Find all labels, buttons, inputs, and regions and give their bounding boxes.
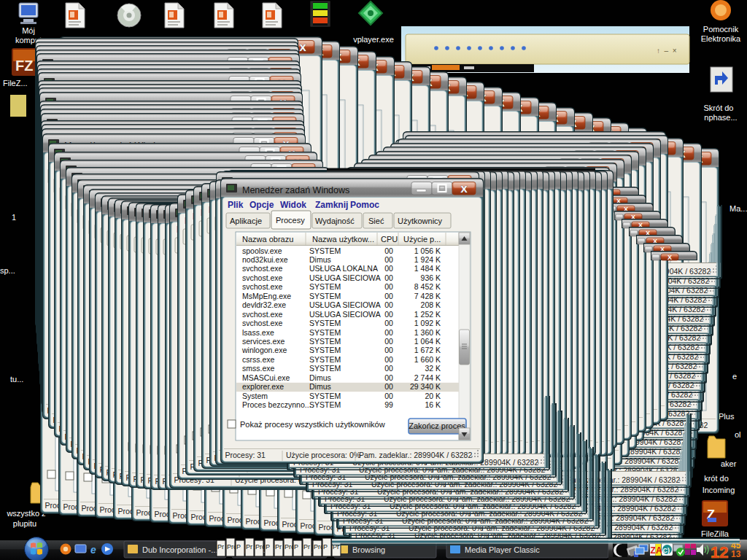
svg-text:00: 00 <box>384 392 393 400</box>
svg-text:MSASCui.exe: MSASCui.exe <box>242 373 290 382</box>
svg-text:SYSTEM: SYSTEM <box>309 328 341 337</box>
svg-text:FileZilla: FileZilla <box>701 529 729 538</box>
svg-text:Dimus: Dimus <box>309 255 331 264</box>
svg-text:1 252 K: 1 252 K <box>414 310 441 319</box>
svg-text:Mój: Mój <box>22 26 35 35</box>
svg-text:00: 00 <box>384 373 393 382</box>
svg-text:USŁUGA SIECIOWA: USŁUGA SIECIOWA <box>309 310 381 319</box>
svg-text:SYSTEM: SYSTEM <box>309 364 341 373</box>
svg-text:208 K: 208 K <box>421 300 441 309</box>
svg-text:Pr: Pr <box>246 543 252 551</box>
svg-text:nphase...: nphase... <box>704 113 737 122</box>
svg-text:FileZ...: FileZ... <box>3 79 28 88</box>
svg-text:wszystko z: wszystko z <box>6 509 45 518</box>
svg-text:winlogon.exe: winlogon.exe <box>241 346 287 354</box>
svg-text:SYSTEM: SYSTEM <box>309 282 341 291</box>
svg-text:1 092 K: 1 092 K <box>414 319 441 327</box>
svg-text:7 428 K: 7 428 K <box>414 292 441 300</box>
svg-text:SYSTEM: SYSTEM <box>309 319 341 327</box>
svg-text:P: P <box>236 543 241 551</box>
svg-text:1 924 K: 1 924 K <box>414 255 441 264</box>
svg-text:Dimus: Dimus <box>309 382 331 391</box>
svg-text:SYSTEM: SYSTEM <box>309 246 341 255</box>
svg-text:P: P <box>294 543 298 551</box>
svg-text:e: e <box>732 372 737 381</box>
svg-text:USŁUGA SIECIOWA: USŁUGA SIECIOWA <box>309 300 381 309</box>
svg-text:1 660 K: 1 660 K <box>414 355 441 364</box>
svg-text:SYSTEM: SYSTEM <box>309 400 341 409</box>
svg-text:services.exe: services.exe <box>242 337 285 346</box>
svg-text:936 K: 936 K <box>421 273 441 282</box>
svg-text:2 744 K: 2 744 K <box>414 373 441 382</box>
svg-text:vplayer.exe: vplayer.exe <box>353 35 394 44</box>
svg-text:MsMpEng.exe: MsMpEng.exe <box>242 292 291 300</box>
svg-text:svchost.exe: svchost.exe <box>242 264 283 273</box>
svg-text:SYSTEM: SYSTEM <box>309 337 341 346</box>
svg-text:Pr: Pr <box>303 543 310 551</box>
svg-text:00: 00 <box>384 282 393 291</box>
svg-text:00: 00 <box>384 328 393 337</box>
svg-text:svchost.exe: svchost.exe <box>242 273 283 282</box>
svg-text:00: 00 <box>384 300 393 309</box>
svg-text:USŁUGA LOKALNA: USŁUGA LOKALNA <box>309 264 378 273</box>
svg-text:tu...: tu... <box>10 375 23 384</box>
svg-text:8 452 K: 8 452 K <box>414 282 441 291</box>
svg-text:99: 99 <box>384 400 393 409</box>
svg-text:00: 00 <box>384 319 393 327</box>
svg-text:1 360 K: 1 360 K <box>414 328 441 337</box>
svg-text:e: e <box>90 544 96 556</box>
svg-text:SYSTEM: SYSTEM <box>309 392 341 400</box>
svg-text:plupitu: plupitu <box>13 519 36 528</box>
svg-text:1: 1 <box>12 213 16 222</box>
svg-text:P: P <box>266 543 270 551</box>
svg-text:↑ – ×: ↑ – × <box>657 47 677 55</box>
svg-text:Pomocnik: Pomocnik <box>703 25 739 34</box>
svg-text:Ma...: Ma... <box>729 204 747 213</box>
svg-text:20 K: 20 K <box>425 392 441 400</box>
svg-text:00: 00 <box>384 382 393 391</box>
svg-text:svchost.exe: svchost.exe <box>242 310 283 319</box>
svg-text:Z: Z <box>651 545 656 556</box>
svg-text:SYSTEM: SYSTEM <box>309 355 341 364</box>
svg-text:Browsing: Browsing <box>352 545 385 554</box>
svg-text:Plus: Plus <box>719 412 735 421</box>
svg-text:Pr: Pr <box>217 543 224 551</box>
svg-text:12: 12 <box>711 543 728 560</box>
svg-text:aker: aker <box>721 459 737 468</box>
svg-text:Skrót do: Skrót do <box>704 104 734 112</box>
svg-text:1 056 K: 1 056 K <box>414 246 441 255</box>
svg-text:USŁUGA SIECIOWA: USŁUGA SIECIOWA <box>309 273 381 282</box>
svg-text:Media Player Classic: Media Player Classic <box>465 545 540 554</box>
svg-text:devldr32.exe: devldr32.exe <box>242 300 286 309</box>
svg-text:13: 13 <box>731 549 741 559</box>
svg-text:explorer.exe: explorer.exe <box>242 382 284 391</box>
svg-text:00: 00 <box>384 364 393 373</box>
svg-text:1 064 K: 1 064 K <box>414 337 441 346</box>
svg-text:svchost.exe: svchost.exe <box>242 319 283 327</box>
svg-text:32 K: 32 K <box>425 364 441 373</box>
svg-text:Pr: Pr <box>333 543 339 551</box>
svg-text:Proces bezczynno...: Proces bezczynno... <box>242 400 311 409</box>
svg-text:System: System <box>242 392 268 400</box>
svg-text:Elektronika: Elektronika <box>701 34 741 43</box>
svg-text:SYSTEM: SYSTEM <box>309 292 341 300</box>
svg-text:00: 00 <box>384 264 393 273</box>
svg-text:P: P <box>323 543 328 551</box>
svg-text:Incoming: Incoming <box>703 486 735 494</box>
svg-text:svchost.exe: svchost.exe <box>242 282 283 291</box>
svg-text:00: 00 <box>384 337 393 346</box>
svg-text:Dimus: Dimus <box>309 373 331 382</box>
svg-text:Dub Incorporation -...: Dub Incorporation -... <box>142 545 217 554</box>
svg-text:1 672 K: 1 672 K <box>414 346 441 354</box>
svg-text:nod32kui.exe: nod32kui.exe <box>242 255 288 264</box>
svg-text:FZ: FZ <box>15 58 33 74</box>
svg-text:krót do: krót do <box>704 474 729 483</box>
svg-text:csrss.exe: csrss.exe <box>242 355 275 364</box>
svg-text:lsass.exe: lsass.exe <box>242 328 274 337</box>
svg-text:29 340 K: 29 340 K <box>410 382 441 391</box>
svg-text:00: 00 <box>384 273 393 282</box>
svg-text:smss.exe: smss.exe <box>242 364 275 373</box>
svg-text:spoolsv.exe: spoolsv.exe <box>242 246 282 255</box>
svg-text:ol: ol <box>735 430 741 439</box>
svg-text:sp...: sp... <box>0 266 15 275</box>
